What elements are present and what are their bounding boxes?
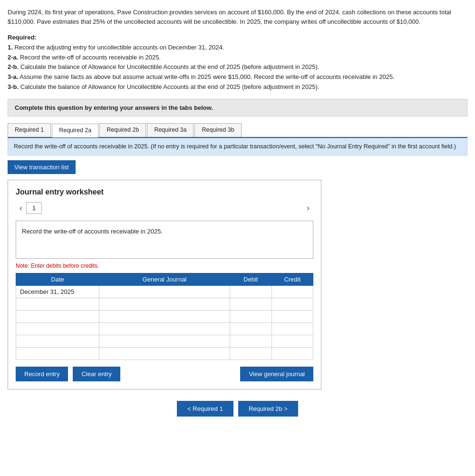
table-row <box>16 298 313 310</box>
next-nav-button[interactable]: Required 2b > <box>238 401 298 417</box>
clear-entry-button[interactable]: Clear entry <box>73 367 120 381</box>
credit-cell-3[interactable] <box>271 310 313 322</box>
worksheet-title: Journal entry worksheet <box>16 188 313 196</box>
record-entry-button[interactable]: Record entry <box>16 367 68 381</box>
credit-input-4[interactable] <box>276 325 310 332</box>
worksheet-container: Journal entry worksheet ‹ 1 › Record the… <box>8 180 321 389</box>
credit-input-1[interactable] <box>276 288 310 295</box>
debit-cell-2[interactable] <box>230 298 272 310</box>
view-general-journal-button[interactable]: View general journal <box>240 367 313 381</box>
worksheet-description: Record the write-off of accounts receiva… <box>16 221 313 259</box>
bottom-buttons: Record entry Clear entry View general jo… <box>16 367 313 381</box>
nav-row: ‹ 1 › <box>16 202 313 214</box>
table-row <box>16 322 313 335</box>
credit-cell-5[interactable] <box>271 335 313 347</box>
col-header-journal: General Journal <box>99 273 230 285</box>
table-row: December 31, 2025 <box>16 285 313 298</box>
date-cell: December 31, 2025 <box>16 285 99 298</box>
required-item-3a: 3-a. Assume the same facts as above but … <box>8 72 467 82</box>
journal-input-2[interactable] <box>103 301 226 308</box>
journal-cell-5[interactable] <box>99 335 230 347</box>
prev-nav-button[interactable]: < Required 1 <box>177 401 233 417</box>
debit-input-4[interactable] <box>234 325 268 332</box>
intro-paragraph: During 2024, its first year of operation… <box>8 8 467 26</box>
journal-input-3[interactable] <box>103 313 226 320</box>
instruction-box: Complete this question by entering your … <box>8 99 467 117</box>
journal-table: Date General Journal Debit Credit Decemb… <box>16 273 313 360</box>
journal-input-4[interactable] <box>103 325 226 332</box>
date-cell-3 <box>16 310 99 322</box>
page-number: 1 <box>26 202 42 214</box>
credit-cell-2[interactable] <box>271 298 313 310</box>
table-row <box>16 347 313 359</box>
credit-cell-4[interactable] <box>271 322 313 335</box>
prev-arrow[interactable]: ‹ <box>16 202 26 214</box>
journal-cell-6[interactable] <box>99 347 230 359</box>
tab-required-3b[interactable]: Required 3b <box>194 123 241 137</box>
credit-input-6[interactable] <box>276 350 310 357</box>
table-row <box>16 335 313 347</box>
credit-cell-1[interactable] <box>271 285 313 298</box>
date-cell-4 <box>16 322 99 335</box>
journal-input-6[interactable] <box>103 350 226 357</box>
note-text: Note: Enter debits before credits. <box>16 262 313 269</box>
date-cell-6 <box>16 347 99 359</box>
debit-input-6[interactable] <box>234 350 268 357</box>
required-item-2a: 2-a. Record the write-off of accounts re… <box>8 53 467 63</box>
debit-cell-3[interactable] <box>230 310 272 322</box>
date-cell-2 <box>16 298 99 310</box>
debit-input-5[interactable] <box>234 338 268 345</box>
required-heading: Required: <box>8 34 37 41</box>
required-item-3b: 3-b. Calculate the balance of Allowance … <box>8 82 467 92</box>
credit-input-3[interactable] <box>276 313 310 320</box>
credit-input-5[interactable] <box>276 338 310 345</box>
required-item-2b: 2-b. Calculate the balance of Allowance … <box>8 62 467 72</box>
tab-banner: Record the write-off of accounts receiva… <box>8 138 467 155</box>
journal-cell-2[interactable] <box>99 298 230 310</box>
table-row <box>16 310 313 322</box>
journal-input-5[interactable] <box>103 338 226 345</box>
debit-input-1[interactable] <box>234 288 268 295</box>
debit-input-3[interactable] <box>234 313 268 320</box>
col-header-debit: Debit <box>230 273 272 285</box>
view-transaction-button[interactable]: View transaction list <box>8 160 76 174</box>
debit-input-2[interactable] <box>234 301 268 308</box>
tab-required-2a[interactable]: Required 2a <box>52 124 98 137</box>
next-arrow[interactable]: › <box>303 202 313 214</box>
journal-input-1[interactable] <box>103 288 226 295</box>
credit-cell-6[interactable] <box>271 347 313 359</box>
tab-required-1[interactable]: Required 1 <box>8 123 51 137</box>
credit-input-2[interactable] <box>276 301 310 308</box>
journal-cell-4[interactable] <box>99 322 230 335</box>
required-section: Required: 1. Record the adjusting entry … <box>8 33 467 92</box>
tab-required-3a[interactable]: Required 3a <box>147 123 194 137</box>
required-item-1: 1. Record the adjusting entry for uncoll… <box>8 43 467 53</box>
date-cell-5 <box>16 335 99 347</box>
tab-required-2b[interactable]: Required 2b <box>99 123 146 137</box>
journal-cell-1[interactable] <box>99 285 230 298</box>
tabs-row: Required 1 Required 2a Required 2b Requi… <box>8 123 467 138</box>
col-header-date: Date <box>16 273 99 285</box>
bottom-nav: < Required 1 Required 2b > <box>8 401 467 417</box>
debit-cell-6[interactable] <box>230 347 272 359</box>
col-header-credit: Credit <box>271 273 313 285</box>
debit-cell-5[interactable] <box>230 335 272 347</box>
debit-cell-1[interactable] <box>230 285 272 298</box>
journal-cell-3[interactable] <box>99 310 230 322</box>
debit-cell-4[interactable] <box>230 322 272 335</box>
